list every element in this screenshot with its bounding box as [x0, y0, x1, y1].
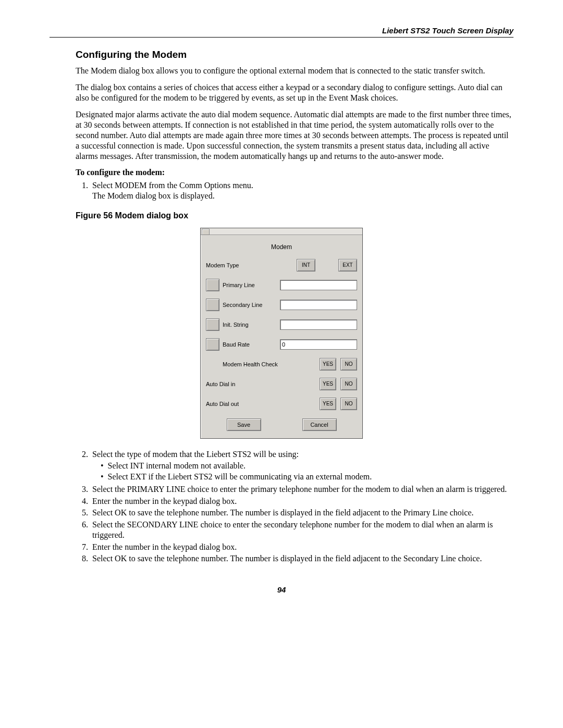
ext-button[interactable]: EXT — [338, 259, 357, 272]
step-6: Select the SECONDARY LINE choice to ente… — [90, 520, 513, 541]
header-rule — [50, 37, 513, 38]
auto-dial-in-label: Auto Dial in — [206, 381, 235, 387]
step-3: Select the PRIMARY LINE choice to enter … — [90, 484, 513, 495]
step-1-line1: Select MODEM from the Comm Options menu. — [92, 181, 253, 190]
secondary-line-field[interactable] — [280, 300, 357, 310]
configure-subhead: To configure the modem: — [76, 168, 513, 177]
auto-dial-in-no-button[interactable]: NO — [340, 378, 357, 390]
health-check-no-button[interactable]: NO — [340, 358, 357, 371]
baud-rate-button[interactable] — [206, 338, 219, 351]
row-secondary-line: Secondary Line — [206, 298, 357, 312]
step-8: Select OK to save the telephone number. … — [90, 553, 513, 564]
int-button[interactable]: INT — [297, 259, 315, 272]
auto-dial-in-yes-button[interactable]: YES — [320, 378, 336, 390]
step-1-line2: The Modem dialog box is displayed. — [92, 191, 215, 200]
health-check-label: Modem Health Check — [223, 361, 278, 367]
modem-dialog: Modem Modem Type INT EXT Primary Line Se… — [200, 228, 363, 439]
step-2: Select the type of modem that the Lieber… — [90, 449, 513, 482]
step-7: Enter the number in the keypad dialog bo… — [90, 542, 513, 552]
step-2-bullet-2: Select EXT if the Liebert STS2 will be c… — [108, 472, 513, 482]
step-4: Enter the number in the keypad dialog bo… — [90, 496, 513, 507]
row-baud-rate: Baud Rate 0 — [206, 337, 357, 352]
paragraph-2: The dialog box contains a series of choi… — [76, 82, 513, 103]
cancel-button[interactable]: Cancel — [302, 418, 337, 431]
row-modem-type: Modem Type INT EXT — [206, 258, 357, 273]
init-string-button[interactable] — [206, 318, 219, 331]
primary-line-field[interactable] — [280, 280, 357, 290]
row-auto-dial-in: Auto Dial in YES NO — [206, 377, 357, 391]
auto-dial-out-yes-button[interactable]: YES — [320, 398, 336, 410]
dialog-titlebar — [201, 228, 362, 235]
step-2-text: Select the type of modem that the Lieber… — [92, 450, 299, 459]
auto-dial-out-label: Auto Dial out — [206, 401, 239, 407]
dialog-action-row: Save Cancel — [206, 418, 357, 434]
page-number: 94 — [50, 585, 513, 594]
primary-line-label: Primary Line — [223, 282, 255, 288]
step-1: Select MODEM from the Comm Options menu.… — [90, 180, 513, 202]
secondary-line-label: Secondary Line — [223, 302, 262, 308]
running-header: Liebert STS2 Touch Screen Display — [50, 26, 513, 35]
steps-list-part2: Select the type of modem that the Lieber… — [76, 449, 513, 564]
section-heading: Configuring the Modem — [76, 49, 513, 60]
baud-rate-label: Baud Rate — [223, 341, 250, 348]
figure-caption: Figure 56 Modem dialog box — [76, 211, 513, 220]
step-5: Select OK to save the telephone number. … — [90, 508, 513, 518]
row-primary-line: Primary Line — [206, 278, 357, 292]
save-button[interactable]: Save — [227, 418, 261, 431]
baud-rate-field[interactable]: 0 — [280, 339, 357, 350]
auto-dial-out-no-button[interactable]: NO — [340, 398, 357, 410]
init-string-label: Init. String — [223, 322, 249, 328]
paragraph-1: The Modem dialog box allows you to confi… — [76, 66, 513, 76]
steps-list-part1: Select MODEM from the Comm Options menu.… — [76, 180, 513, 202]
modem-type-label: Modem Type — [206, 262, 239, 268]
init-string-field[interactable] — [280, 319, 357, 330]
row-auto-dial-out: Auto Dial out YES NO — [206, 397, 357, 411]
system-menu-icon[interactable] — [202, 229, 210, 235]
secondary-line-button[interactable] — [206, 299, 219, 311]
primary-line-button[interactable] — [206, 279, 219, 291]
row-health-check: Modem Health Check YES NO — [206, 357, 357, 372]
dialog-title: Modem — [206, 238, 357, 258]
paragraph-3: Designated major alarms activate the aut… — [76, 109, 513, 162]
step-2-bullet-1: Select INT internal modem not available. — [108, 461, 513, 471]
row-init-string: Init. String — [206, 317, 357, 332]
health-check-yes-button[interactable]: YES — [320, 358, 336, 371]
